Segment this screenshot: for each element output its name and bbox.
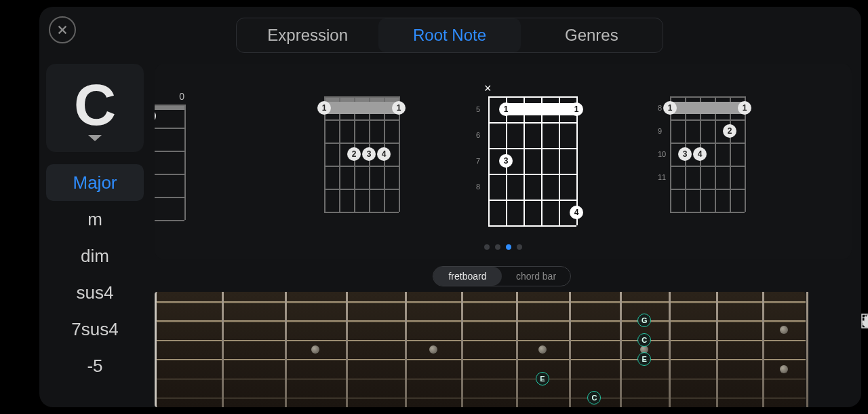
fret-number-label: 8 [658, 104, 662, 112]
chord-quality-list: Majormdimsus47sus4-5 [46, 164, 144, 384]
root-note-letter: C [74, 75, 116, 134]
chord-quality-item[interactable]: sus4 [46, 274, 144, 311]
fret-number-label: 8 [476, 183, 480, 191]
page-dot[interactable] [484, 244, 490, 250]
tab-expression[interactable]: Expression [237, 18, 378, 52]
fret-number-label: 5 [476, 105, 480, 113]
fretboard-area: CEECG [155, 292, 806, 407]
mode-fretboard[interactable]: fretboard [433, 267, 502, 286]
fretboard-note[interactable]: C [637, 333, 651, 347]
fretboard-note[interactable]: E [536, 372, 549, 385]
page-dot[interactable] [506, 244, 511, 250]
fret-number-label: 7 [476, 157, 480, 165]
chord-quality-item[interactable]: 7sus4 [46, 311, 144, 347]
chord-shape[interactable]: 89101111234 [670, 96, 745, 212]
root-note-selector[interactable]: C [46, 64, 144, 152]
chord-shape[interactable]: ×56781134 [488, 96, 576, 225]
chord-shape[interactable]: 11234 [324, 96, 399, 212]
chevron-down-icon [88, 135, 102, 141]
hand-position-button[interactable] [859, 311, 868, 331]
page-dot[interactable] [495, 244, 500, 250]
chord-panel: Expression Root Note Genres C Majormdims… [39, 7, 861, 407]
hand-icon [860, 312, 868, 330]
fretboard[interactable]: CEECG [155, 292, 806, 407]
chord-shape-carousel[interactable]: 00111234×5678113489101111234 [155, 64, 852, 259]
page-dot[interactable] [517, 244, 522, 250]
mode-chord-bar[interactable]: chord bar [502, 267, 570, 286]
tab-genres[interactable]: Genres [521, 18, 663, 52]
fret-number-label: 9 [658, 127, 662, 135]
display-mode-toggle: fretboard chord bar [433, 266, 571, 286]
top-tab-bar: Expression Root Note Genres [236, 18, 663, 53]
close-button[interactable] [49, 16, 76, 43]
close-icon [56, 24, 68, 36]
chord-quality-item[interactable]: -5 [46, 347, 144, 384]
carousel-page-dots [484, 244, 522, 250]
chord-quality-item[interactable]: m [46, 201, 144, 238]
fretboard-note[interactable]: C [587, 391, 601, 404]
chord-shape[interactable]: 001 [155, 105, 184, 220]
chord-quality-item[interactable]: dim [46, 238, 144, 274]
fretboard-note[interactable]: E [637, 352, 651, 366]
fret-number-label: 6 [476, 131, 480, 139]
tab-root-note[interactable]: Root Note [378, 18, 520, 52]
muted-string-icon: × [484, 81, 492, 96]
fret-number-label: 11 [658, 173, 666, 181]
fret-number-label: 10 [658, 150, 666, 158]
chord-quality-item[interactable]: Major [46, 164, 144, 201]
fretboard-note[interactable]: G [637, 314, 651, 327]
